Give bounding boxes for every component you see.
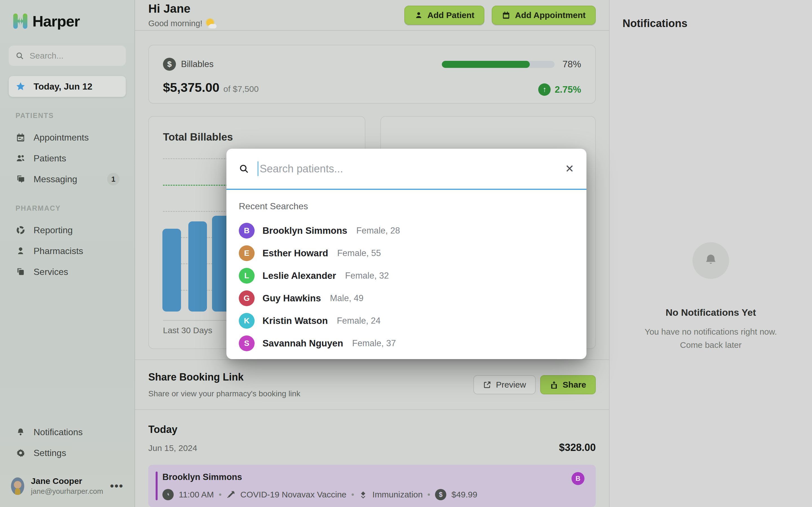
sidebar-item-patients[interactable]: Patients [9,148,126,169]
appointment-category: Immunization [372,490,423,499]
patient-search-input[interactable] [260,163,565,175]
appointment-meta: 11:00 AM COVID-19 Novavax Vaccine Immuni… [162,489,585,500]
person-icon [15,246,26,256]
billables-progress-bar [442,61,555,68]
sidebar-item-label: Notifications [34,427,83,438]
sidebar-item-appointments[interactable]: Appointments [9,127,126,148]
billables-progress-fill [442,61,530,68]
avatar [11,477,24,495]
patient-row[interactable]: L Leslie Alexander Female, 32 [239,265,574,287]
sidebar-item-settings[interactable]: Settings [9,443,126,463]
sidebar-search[interactable] [9,46,126,66]
external-link-icon [483,381,492,389]
bell-icon [15,427,26,437]
sidebar-item-pharmacists[interactable]: Pharmacists [9,240,126,262]
empty-subtitle: You have no notifications right now. Com… [610,325,812,351]
today-section: Today Jun 15, 2024 $328.00 Brooklyn Simm… [148,410,596,507]
bell-icon [693,242,729,279]
billables-delta: ↑ 2.75% [538,83,581,96]
close-icon[interactable]: ✕ [565,163,574,174]
billables-amount: $5,375.00 [163,80,219,95]
appointment-stripe [156,471,158,500]
preview-button[interactable]: Preview [473,375,536,394]
dot-separator [428,494,430,496]
appointment-service: COVID-19 Novavax Vaccine [241,490,347,499]
patient-row[interactable]: B Brooklyn Simmons Female, 28 [239,219,574,242]
share-icon [550,381,558,389]
immunization-icon [359,490,367,499]
patient-avatar: G [239,290,255,306]
patient-meta: Female, 32 [345,271,389,281]
donut-chart-icon [15,225,26,235]
sidebar-item-label: Appointments [34,132,89,143]
sidebar: Harper Today, Jun 12 PATIENTS Appointmen… [0,0,135,507]
chat-icon [15,174,26,184]
patient-name: Savannah Nguyen [262,338,343,349]
chart-title: Total Billables [163,131,233,143]
text-caret [257,161,259,176]
chart-footer: Last 30 Days [163,326,212,335]
patient-avatar: E [239,245,255,261]
billables-of: of $7,500 [223,84,259,94]
patient-avatar: L [239,268,255,284]
sidebar-item-label: Services [34,267,68,277]
star-icon [15,81,26,92]
add-patient-button[interactable]: Add Patient [404,6,485,25]
notifications-title: Notifications [622,17,812,30]
greeting-subtitle: Good morning! [148,19,216,29]
logo: Harper [13,12,126,30]
patient-row[interactable]: G Guy Hawkins Male, 49 [239,287,574,309]
patient-row[interactable]: K Kristin Watson Female, 24 [239,309,574,332]
section-patients: PATIENTS [15,112,126,120]
profile-menu-icon[interactable]: ••• [110,480,123,492]
sidebar-item-today[interactable]: Today, Jun 12 [9,76,126,97]
main-header: Hi Jane Good morning! Add Patient Add Ap… [135,0,609,31]
dot-separator [352,494,354,496]
sidebar-item-label: Today, Jun 12 [34,81,93,92]
chart-bar [188,221,207,312]
patient-avatar: K [239,313,255,329]
greeting: Hi Jane Good morning! [148,2,216,29]
sidebar-item-messaging[interactable]: Messaging 1 [9,169,126,189]
appointment-patient-name: Brooklyn Simmons [162,472,585,482]
patient-meta: Female, 24 [337,316,380,326]
patient-avatar: B [239,223,255,238]
notifications-empty-state: No Notifications Yet You have no notific… [610,242,812,351]
profile-row[interactable]: Jane Cooper jane@yourharper.com ••• [9,476,126,496]
sidebar-item-label: Pharmacists [34,246,83,256]
today-date: Jun 15, 2024 [148,443,197,453]
sidebar-item-label: Settings [34,448,66,458]
appointment-card[interactable]: Brooklyn Simmons 11:00 AM COVID-19 Novav… [148,465,596,507]
share-button[interactable]: Share [540,375,596,394]
billables-percent: 78% [562,59,581,69]
patient-meta: Male, 49 [330,293,363,303]
sidebar-item-services[interactable]: Services [9,262,126,282]
patient-meta: Female, 28 [356,226,400,236]
sidebar-item-reporting[interactable]: Reporting [9,220,126,240]
recent-searches-title: Recent Searches [239,201,574,212]
app-root: Harper Today, Jun 12 PATIENTS Appointmen… [0,0,812,507]
today-total: $328.00 [559,442,596,453]
patient-avatar: S [239,335,255,351]
appointment-time: 11:00 AM [179,490,214,499]
patient-name: Esther Howard [262,248,328,259]
calendar-icon [15,133,26,142]
people-icon [15,153,26,163]
share-title: Share Booking Link [148,371,300,383]
search-patients-modal: ✕ Recent Searches B Brooklyn Simmons Fem… [226,149,587,359]
patient-row[interactable]: E Esther Howard Female, 55 [239,242,574,265]
sidebar-item-notifications[interactable]: Notifications [9,421,126,443]
greeting-title: Hi Jane [148,2,216,15]
patient-row[interactable]: S Savannah Nguyen Female, 37 [239,332,574,355]
sidebar-item-label: Messaging [34,174,77,184]
patient-name: Kristin Watson [262,316,328,326]
billables-card: $ Billables 78% $5,375.00 of $7,500 ↑ 2.… [148,45,596,104]
add-appointment-button[interactable]: Add Appointment [492,6,596,25]
copy-icon [15,267,26,277]
calendar-icon [502,11,510,19]
billables-label: Billables [181,59,213,69]
sidebar-search-input[interactable] [30,51,119,61]
empty-title: No Notifications Yet [610,307,812,318]
patient-name: Guy Hawkins [262,293,321,304]
gear-icon [15,448,26,458]
